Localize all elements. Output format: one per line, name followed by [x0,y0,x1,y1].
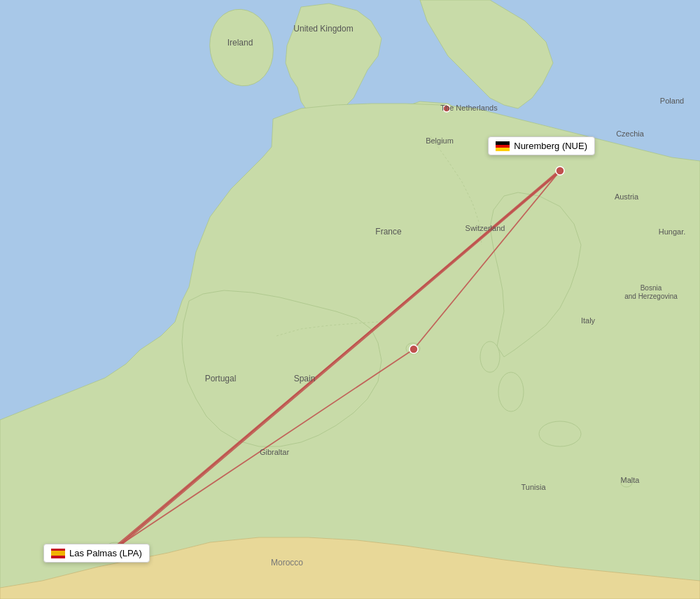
nuremberg-text: Nuremberg (NUE) [514,141,587,151]
gibraltar-label: Gibraltar [260,448,290,456]
czechia-label: Czechia [616,129,645,138]
belgium-label: Belgium [426,136,454,145]
bosnia-label1: Bosnia [640,284,662,292]
bosnia-label2: and Herzegovina [624,293,678,300]
svg-point-4 [480,341,500,372]
map-svg: United Kingdom Ireland The Netherlands B… [0,0,700,599]
poland-label: Poland [660,97,684,105]
nuremberg-label[interactable]: Nuremberg (NUE) [488,136,595,155]
las-palmas-label[interactable]: Las Palmas (LPA) [43,544,150,563]
spain-flag [51,549,65,558]
switzerland-label: Switzerland [465,224,505,232]
ireland-label: Ireland [227,38,253,48]
las-palmas-text: Las Palmas (LPA) [69,548,142,558]
uk-label: United Kingdom [293,24,353,34]
svg-point-17 [410,345,418,353]
portugal-label: Portugal [205,374,237,383]
austria-label: Austria [615,192,639,201]
spain-label: Spain [294,374,316,383]
germany-flag [496,141,510,151]
hungary-label: Hungar. [659,227,686,236]
svg-point-3 [498,372,524,411]
svg-point-2 [539,421,581,446]
malta-label: Malta [621,476,640,484]
netherlands-label: The Netherlands [440,104,498,112]
tunisia-label: Tunisia [521,483,546,491]
france-label: France [375,227,402,237]
morocco-label: Morocco [271,558,303,568]
italy-label: Italy [581,316,596,325]
svg-point-18 [556,167,564,175]
map-container: United Kingdom Ireland The Netherlands B… [0,0,700,599]
